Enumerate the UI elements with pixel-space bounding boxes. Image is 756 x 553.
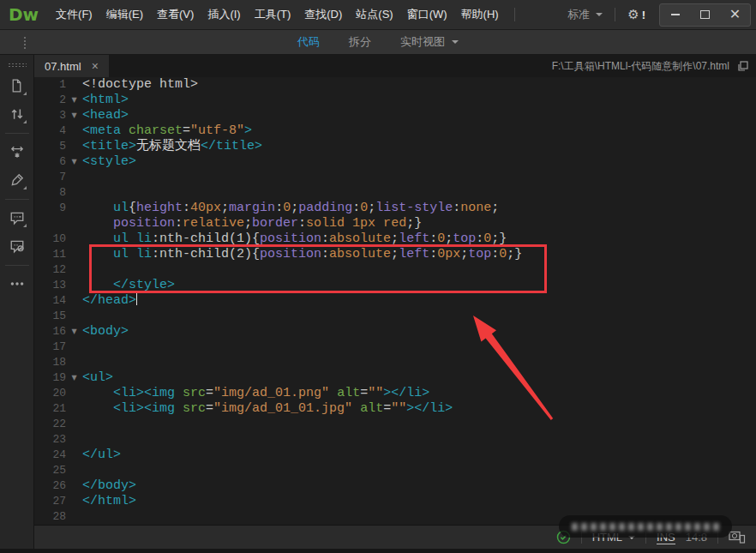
code-text: </ul> — [82, 448, 121, 463]
menu-edit[interactable]: 编辑(E) — [99, 0, 150, 29]
code-line[interactable]: 2▼<html> — [34, 93, 756, 108]
open-documents-button[interactable] — [7, 75, 27, 96]
toolbar-divider — [5, 133, 29, 134]
collapse-expand-button[interactable] — [7, 104, 27, 124]
line-number: 23 — [34, 432, 66, 448]
minimize-button[interactable] — [660, 4, 690, 26]
code-line[interactable]: 24</ul> — [34, 448, 756, 463]
restore-layout-button[interactable] — [737, 60, 749, 72]
file-path: F:\工具箱\HTMLl-代码随意制作\07.html — [552, 59, 729, 74]
code-line[interactable]: 25 — [34, 463, 756, 478]
code-line[interactable]: 9 ul{height:40px;margin:0;padding:0;list… — [34, 201, 756, 216]
menu-insert[interactable]: 插入(I) — [201, 0, 247, 29]
code-line[interactable]: 21 <li><img src="img/ad_01_01.jpg" alt="… — [34, 401, 756, 417]
code-text: position:relative;border:solid 1px red;} — [82, 216, 422, 231]
fold-arrow-icon[interactable]: ▼ — [66, 370, 82, 386]
tab-close-icon[interactable]: × — [92, 60, 99, 72]
notification-badge: ! — [642, 9, 645, 21]
code-line[interactable]: 15 — [34, 309, 756, 324]
coding-toolbar — [0, 55, 34, 549]
line-number: 13 — [34, 278, 66, 293]
fold-arrow-icon[interactable]: ▼ — [66, 93, 82, 108]
workspace-label: 标准 — [567, 7, 590, 22]
workspace-switcher[interactable]: 标准 — [564, 7, 606, 22]
fold-arrow-icon[interactable]: ▼ — [66, 324, 82, 340]
line-number: 12 — [34, 262, 66, 278]
line-number: 10 — [34, 231, 66, 247]
remove-comment-icon — [9, 238, 25, 254]
fold-gutter — [66, 170, 82, 185]
fold-gutter — [66, 278, 82, 293]
menu-file[interactable]: 文件(F) — [49, 0, 99, 29]
menu-site[interactable]: 站点(S) — [349, 0, 399, 29]
fold-arrow-icon[interactable]: ▼ — [66, 108, 82, 123]
code-line[interactable]: 16▼<body> — [34, 324, 756, 340]
toolbar-grip[interactable] — [23, 36, 27, 49]
format-source-button[interactable] — [7, 170, 27, 190]
word-wrap-button[interactable] — [7, 141, 27, 162]
line-number: 8 — [34, 185, 66, 201]
settings-button[interactable]: ⚙ ! — [624, 7, 649, 22]
code-line[interactable]: 20 <li><img src="img/ad_01.png" alt=""><… — [34, 386, 756, 401]
menu-tools[interactable]: 工具(T) — [248, 0, 298, 29]
view-tab-live[interactable]: 实时视图 — [400, 34, 459, 50]
remove-comment-button[interactable] — [7, 236, 27, 256]
line-number: 21 — [34, 401, 66, 417]
line-number: 14 — [34, 293, 66, 309]
code-text: </body> — [82, 478, 136, 494]
line-number: 7 — [34, 170, 66, 185]
close-button[interactable]: ✕ — [720, 4, 750, 26]
code-line[interactable]: 19▼<ul> — [34, 370, 756, 386]
fold-arrow-icon[interactable]: ▼ — [66, 154, 82, 170]
watermark — [559, 515, 732, 538]
code-editor[interactable]: 1<!doctype html>2▼<html>3▼<head>4<meta c… — [34, 77, 756, 525]
code-line[interactable]: 27</html> — [34, 494, 756, 509]
line-number: 2 — [34, 93, 66, 108]
code-line[interactable]: 4<meta charset="utf-8"> — [34, 123, 756, 139]
code-text: <ul> — [82, 370, 113, 386]
maximize-button[interactable] — [690, 4, 720, 26]
flyout-corner-icon — [23, 186, 27, 189]
more-options-button[interactable] — [7, 273, 27, 294]
menu-find[interactable]: 查找(D) — [297, 0, 349, 29]
code-line[interactable]: 14</head> — [34, 293, 756, 309]
device-preview-icon — [729, 530, 746, 544]
view-tab-code[interactable]: 代码 — [297, 34, 320, 50]
code-line[interactable]: 3▼<head> — [34, 108, 756, 123]
code-line[interactable]: position:relative;border:solid 1px red;} — [34, 216, 756, 231]
menu-view[interactable]: 查看(V) — [150, 0, 201, 29]
code-text: <body> — [82, 324, 129, 340]
code-text: <li><img src="img/ad_01.png" alt=""></li… — [82, 386, 429, 401]
annotation-rectangle — [89, 244, 547, 293]
code-text: </head> — [82, 293, 137, 309]
apply-comment-button[interactable] — [7, 207, 27, 228]
menu-window[interactable]: 窗口(W) — [400, 0, 454, 29]
line-number: 27 — [34, 494, 66, 509]
code-line[interactable]: 6▼<style> — [34, 154, 756, 170]
code-line[interactable]: 5<title>无标题文档</title> — [34, 139, 756, 154]
code-area: 1<!doctype html>2▼<html>3▼<head>4<meta c… — [34, 77, 756, 525]
menubar-divider-2 — [615, 8, 615, 21]
code-line[interactable]: 17 — [34, 340, 756, 355]
code-line[interactable]: 8 — [34, 185, 756, 201]
window-bottom-edge — [0, 549, 756, 553]
view-tab-split[interactable]: 拆分 — [349, 34, 371, 50]
code-line[interactable]: 23 — [34, 432, 756, 448]
menu-bar: Dw 文件(F)编辑(E)查看(V)插入(I)工具(T)查找(D)站点(S)窗口… — [0, 0, 756, 30]
preview-devices-button[interactable] — [729, 530, 746, 544]
code-line[interactable]: 1<!doctype html> — [34, 77, 756, 93]
line-number: 6 — [34, 154, 66, 170]
dreamweaver-logo: Dw — [9, 4, 39, 25]
code-line[interactable]: 7 — [34, 170, 756, 185]
code-line[interactable]: 26</body> — [34, 478, 756, 494]
code-line[interactable]: 18 — [34, 355, 756, 370]
menubar-divider — [514, 8, 515, 21]
line-number: 1 — [34, 77, 66, 93]
code-line[interactable]: 22 — [34, 417, 756, 432]
fold-gutter — [66, 432, 82, 448]
fold-gutter — [66, 77, 82, 93]
panel-grip[interactable] — [8, 63, 27, 68]
line-number: 17 — [34, 340, 66, 355]
tab-07-html[interactable]: 07.html × — [34, 55, 109, 77]
menu-help[interactable]: 帮助(H) — [454, 0, 506, 29]
